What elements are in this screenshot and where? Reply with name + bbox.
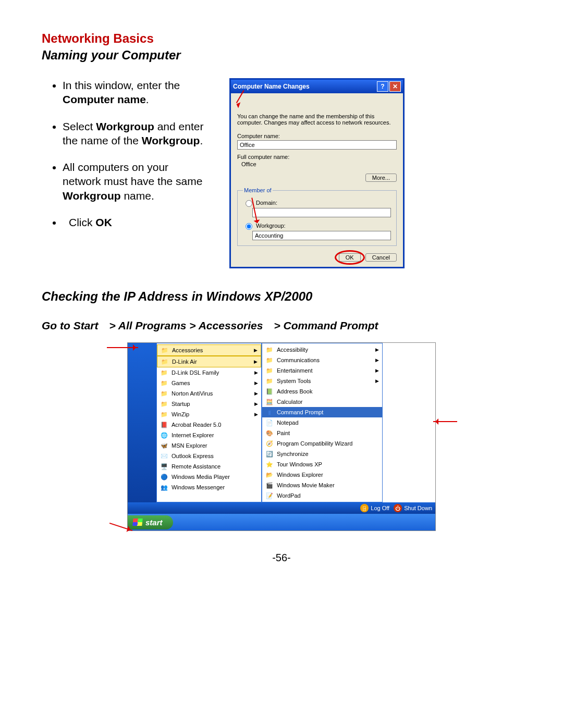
log-off-icon: ⍈ — [360, 504, 369, 512]
section-title: Networking Basics — [42, 31, 521, 46]
menu-item[interactable]: 📕Acrobat Reader 5.0 — [157, 419, 261, 430]
msn-icon: 🦋 — [160, 441, 168, 450]
menu-item[interactable]: 📁System Tools▶ — [262, 376, 382, 386]
menu-item-label: Windows Messenger — [172, 484, 225, 490]
shut-down-button[interactable]: ⏻ Shut Down — [394, 504, 432, 512]
more-button[interactable]: More... — [365, 174, 397, 182]
cancel-button[interactable]: Cancel — [365, 253, 397, 262]
menu-item-label: Calculator — [277, 399, 303, 405]
help-button[interactable]: ? — [377, 81, 388, 92]
menu-item[interactable]: ▮Command Prompt — [262, 407, 382, 417]
menu-item[interactable]: 📁Startup▶ — [157, 399, 261, 409]
menu-item-label: Remote Assistance — [172, 463, 221, 470]
menu-item[interactable]: 🔵Windows Media Player — [157, 472, 261, 482]
folder-icon: 📁 — [160, 410, 168, 418]
workgroup-radio[interactable] — [246, 223, 252, 230]
domain-input[interactable] — [252, 208, 391, 217]
ok-button[interactable]: OK — [339, 253, 361, 262]
menu-item[interactable]: 📂Windows Explorer — [262, 470, 382, 480]
ok-highlight-icon: OK — [339, 253, 361, 262]
start-menu-screenshot: 📁Accessories▶📁D-Link Air▶📁D-Link DSL Fam… — [127, 342, 436, 531]
menu-item-label: Windows Explorer — [277, 472, 323, 478]
menu-item[interactable]: 🌐Internet Explorer — [157, 430, 261, 440]
folder-icon: 📁 — [265, 356, 274, 364]
menu-item-label: Windows Movie Maker — [277, 482, 335, 488]
folder-icon: 📁 — [161, 346, 169, 354]
menu-item[interactable]: 🔄Synchronize — [262, 449, 382, 459]
menu-item-label: Norton AntiVirus — [172, 390, 213, 397]
paint-icon: 🎨 — [265, 429, 274, 437]
windows-flag-icon — [132, 519, 142, 526]
folder-icon: 📁 — [160, 379, 168, 387]
workgroup-input[interactable] — [252, 231, 391, 240]
submenu-arrow-icon: ▶ — [254, 370, 258, 375]
menu-item-label: Paint — [277, 430, 290, 436]
menu-item[interactable]: 📁D-Link Air▶ — [157, 356, 261, 367]
menu-item[interactable]: 📁WinZip▶ — [157, 409, 261, 419]
folder-icon: 📁 — [160, 389, 168, 398]
bullet-4: Click OK — [63, 215, 209, 229]
menu-item[interactable]: 📁Entertainment▶ — [262, 365, 382, 376]
computer-name-label: Computer name: — [237, 133, 397, 139]
mail-icon: ✉️ — [160, 452, 168, 460]
full-name-value: Office — [237, 161, 397, 167]
msg-icon: 👥 — [160, 483, 168, 491]
start-menu-gutter — [128, 343, 156, 502]
menu-item[interactable]: 📁D-Link DSL Family▶ — [157, 367, 261, 378]
member-of-group: Member of Domain: Workgroup: — [237, 187, 397, 246]
folder-icon: 📁 — [160, 400, 168, 408]
menu-item[interactable]: 📁Norton AntiVirus▶ — [157, 388, 261, 399]
submenu-arrow-icon: ▶ — [254, 359, 258, 364]
taskbar: start — [128, 514, 435, 530]
domain-label: Domain: — [256, 200, 277, 206]
close-button[interactable]: ✕ — [389, 81, 401, 92]
bullet-3: All computers on your network must have … — [63, 160, 209, 203]
menu-item-label: MSN Explorer — [172, 442, 207, 449]
menu-item[interactable]: 👥Windows Messenger — [157, 482, 261, 492]
domain-radio[interactable] — [246, 200, 252, 207]
menu-item[interactable]: 🖥️Remote Assistance — [157, 461, 261, 472]
menu-item[interactable]: 📁Games▶ — [157, 378, 261, 388]
remote-icon: 🖥️ — [160, 462, 168, 471]
menu-item-label: Accessories — [172, 347, 203, 353]
menu-item[interactable]: 📁Accessibility▶ — [262, 344, 382, 355]
menu-item[interactable]: 🧭Program Compatibility Wizard — [262, 438, 382, 449]
computer-name-input[interactable] — [237, 140, 397, 150]
start-menu-bottom: ⍈ Log Off ⏻ Shut Down — [128, 502, 435, 514]
folder-icon: 📁 — [265, 366, 274, 375]
book-icon: 📗 — [265, 387, 274, 396]
menu-item-label: Games — [172, 380, 190, 386]
log-off-button[interactable]: ⍈ Log Off — [360, 504, 389, 512]
menu-item-label: Communications — [277, 357, 320, 363]
menu-item[interactable]: 🧮Calculator — [262, 397, 382, 407]
explorer-icon: 📂 — [265, 471, 274, 479]
wordpad-icon: 📝 — [265, 491, 274, 500]
menu-item-label: WinZip — [172, 411, 189, 417]
navigation-path: Go to Start > All Programs > Accessories… — [42, 319, 521, 332]
menu-item-label: Entertainment — [277, 367, 312, 374]
menu-item-label: Command Prompt — [277, 409, 323, 415]
menu-item[interactable]: 🎨Paint — [262, 428, 382, 438]
menu-item[interactable]: 📁Accessories▶ — [157, 344, 261, 356]
bullet-2: Select Workgroup and enter the name of t… — [63, 119, 209, 148]
submenu-arrow-icon: ▶ — [254, 348, 258, 353]
menu-item[interactable]: 📗Address Book — [262, 386, 382, 397]
start-button[interactable]: start — [128, 515, 173, 529]
wmp-icon: 🔵 — [160, 473, 168, 481]
tour-icon: ⭐ — [265, 460, 274, 468]
menu-item-label: Notepad — [277, 419, 299, 426]
app-red-icon: 📕 — [160, 421, 168, 429]
submenu-arrow-icon: ▶ — [254, 380, 258, 386]
menu-item[interactable]: 📁Communications▶ — [262, 355, 382, 365]
annotation-arrow-icon — [433, 421, 457, 422]
menu-item[interactable]: 📄Notepad — [262, 417, 382, 428]
menu-item[interactable]: 🦋MSN Explorer — [157, 440, 261, 451]
menu-item[interactable]: ⭐Tour Windows XP — [262, 459, 382, 470]
wiz-icon: 🧭 — [265, 439, 274, 448]
menu-item[interactable]: ✉️Outlook Express — [157, 451, 261, 461]
menu-item[interactable]: 📝WordPad — [262, 490, 382, 501]
submenu-arrow-icon: ▶ — [375, 378, 379, 384]
menu-item[interactable]: 🎬Windows Movie Maker — [262, 480, 382, 490]
full-name-label: Full computer name: — [237, 154, 397, 160]
menu-item-label: Tour Windows XP — [277, 461, 322, 467]
